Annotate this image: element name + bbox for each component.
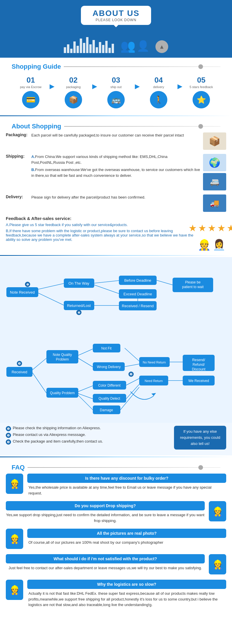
step-1-icon: 💳 bbox=[22, 91, 39, 108]
faq-question-4: What should i do if i'm not satisfied wi… bbox=[6, 554, 205, 563]
svg-text:Resend/: Resend/ bbox=[192, 358, 205, 362]
about-shopping-title: About Shopping bbox=[6, 117, 226, 132]
faq-content-2: Do you support Drop shipping? Yes,we sup… bbox=[6, 501, 205, 523]
step-5-icon: ⭐ bbox=[193, 91, 210, 108]
svg-text:Need Return: Need Return bbox=[145, 379, 163, 383]
faq-content-3: All the pictures are real photo? Of cour… bbox=[27, 529, 226, 545]
people-icon: 👥 bbox=[120, 39, 135, 53]
feedback-title: Feedback & After-sales service: bbox=[6, 216, 226, 221]
feedback-row: A.Please give us 5 star feedback if you … bbox=[6, 223, 226, 251]
arrow-2: ▶ bbox=[91, 83, 99, 90]
svg-text:Received: Received bbox=[12, 370, 27, 374]
svg-text:Damage: Damage bbox=[100, 408, 113, 412]
step-4-number: 04 bbox=[155, 76, 163, 85]
svg-line-52 bbox=[125, 348, 139, 361]
faq-section-dot bbox=[198, 465, 203, 470]
note-circle-2: ❷ bbox=[6, 433, 11, 438]
feedback-b: B,If there have some problem with the lo… bbox=[6, 229, 194, 242]
speech-bubble: ABOUT US PLEASE LOOK DOWN bbox=[81, 6, 151, 25]
faq-question-3: All the pictures are real photo? bbox=[27, 529, 226, 538]
svg-line-37 bbox=[78, 349, 93, 355]
svg-text:Color Different: Color Different bbox=[98, 383, 121, 388]
faq-content-4: What should i do if i'm not satisfied wi… bbox=[6, 554, 205, 571]
svg-line-13 bbox=[94, 285, 119, 294]
faq-item-1: 👷 Is there have any discount for bulky o… bbox=[6, 474, 226, 496]
packaging-row: Packaging: Each parcel will be carefully… bbox=[6, 132, 226, 150]
faq-answer-2: Yes,we support drop shipping,just need t… bbox=[6, 512, 205, 523]
shipping-b-prefix: B. bbox=[31, 168, 35, 172]
step-3-label: ship out bbox=[110, 85, 122, 89]
svg-line-4 bbox=[38, 283, 64, 289]
note-2: ❷ Please contact us via Aliexpress messs… bbox=[6, 432, 168, 438]
notes-list: ❶ Please check the shipping information … bbox=[6, 426, 168, 446]
shipping-content: A.From China:We support various kinds of… bbox=[31, 154, 200, 178]
svg-rect-32 bbox=[46, 350, 78, 363]
svg-text:No Need Return: No Need Return bbox=[143, 361, 166, 364]
star-1: ★ bbox=[188, 223, 197, 234]
star-2: ★ bbox=[198, 223, 206, 234]
faq-avatar-2: 👷 bbox=[209, 501, 226, 521]
svg-text:Note Received: Note Received bbox=[10, 290, 35, 294]
step-2: 02 packaging 📦 bbox=[56, 76, 91, 108]
faq-answer-4: Just feel free to contact our after-sale… bbox=[6, 565, 205, 571]
section-dot bbox=[198, 64, 203, 69]
faq-question-2: Do you support Drop shipping? bbox=[6, 501, 205, 510]
faq-avatar-5: 👷 bbox=[6, 580, 23, 600]
step-3-icon: 🚌 bbox=[107, 91, 125, 108]
svg-marker-71 bbox=[151, 393, 156, 396]
step-5: 05 5 stars feedback ⭐ bbox=[184, 76, 219, 108]
svg-line-41 bbox=[78, 395, 93, 410]
svg-text:Discount: Discount bbox=[192, 367, 206, 371]
about-shopping-section: About Shopping Packaging: Each parcel wi… bbox=[0, 117, 232, 254]
svg-line-61 bbox=[126, 384, 139, 399]
faq-item-4: 👷 What should i do if i'm not satisfied … bbox=[6, 554, 226, 574]
step-5-label: 5 stars feedback bbox=[190, 85, 213, 89]
notes-row: ❶ Please check the shipping information … bbox=[0, 423, 232, 455]
header-subtitle: PLEASE LOOK DOWN bbox=[93, 18, 139, 22]
step-3: 03 ship out 🚌 bbox=[99, 76, 133, 108]
shopping-guide-section: Shopping Guide 01 pay via Escrow 💳 ▶ 02 … bbox=[0, 58, 232, 114]
faq-content-1: Is there have any discount for bulky ord… bbox=[27, 474, 226, 496]
about-section-line bbox=[64, 126, 220, 127]
step-5-number: 05 bbox=[197, 76, 206, 85]
step-1-label: pay via Escrow bbox=[20, 85, 41, 89]
faq-item-3: 👷 All the pictures are real photo? Of co… bbox=[6, 529, 226, 549]
step-2-label: packaging bbox=[66, 85, 81, 89]
globe-image: 🌍 bbox=[203, 154, 226, 171]
feedback-section: Feedback & After-sales service: A.Please… bbox=[6, 216, 226, 251]
svg-text:Note Quality: Note Quality bbox=[53, 353, 72, 357]
step-2-icon: 📦 bbox=[65, 91, 82, 108]
svg-text:Refund/: Refund/ bbox=[193, 363, 205, 367]
svg-line-53 bbox=[125, 364, 139, 367]
svg-text:Problem: Problem bbox=[56, 357, 69, 361]
feedback-a: A.Please give us 5 star feedback if you … bbox=[6, 223, 194, 227]
delivery-text: Please sign for delivery after the parce… bbox=[31, 194, 200, 212]
arrow-1: ▶ bbox=[48, 83, 56, 90]
section-line bbox=[64, 66, 220, 67]
svg-line-31 bbox=[32, 373, 46, 393]
svg-text:Returned/Lost: Returned/Lost bbox=[67, 303, 91, 308]
step-4-label: delivery bbox=[153, 85, 164, 89]
shipping-label: Shipping: bbox=[6, 154, 29, 178]
faq-avatar-3: 👷 bbox=[6, 529, 23, 549]
note-circle-1: ❶ bbox=[6, 426, 11, 431]
service-icon-2: 👩‍💼 bbox=[213, 239, 226, 251]
step-3-number: 03 bbox=[112, 76, 120, 85]
note-circle-3: ❸ bbox=[6, 439, 11, 445]
step-2-number: 02 bbox=[69, 76, 78, 85]
svg-line-5 bbox=[38, 293, 64, 305]
bar-chart bbox=[64, 37, 114, 53]
shipping-b-text: From overseas warehouse:We've got the ov… bbox=[31, 168, 200, 178]
svg-text:❶: ❶ bbox=[26, 283, 29, 286]
about-section-dot bbox=[198, 124, 203, 129]
faq-content-5: Why the logistics are so slow? Actually … bbox=[27, 580, 226, 608]
play-button-icon[interactable]: ▲ bbox=[155, 40, 168, 53]
note-1: ❶ Please check the shipping information … bbox=[6, 426, 168, 431]
svg-line-30 bbox=[32, 358, 46, 370]
svg-text:Received / Resend: Received / Resend bbox=[122, 304, 154, 308]
stars-display: ★ ★ ★ ★ ★ bbox=[188, 223, 232, 234]
step-4-icon: 🚶 bbox=[150, 91, 167, 108]
arrow-4: ▶ bbox=[176, 83, 184, 90]
step-4: 04 delivery 🚶 bbox=[141, 76, 176, 108]
faq-question-5: Why the logistics are so slow? bbox=[27, 580, 226, 589]
